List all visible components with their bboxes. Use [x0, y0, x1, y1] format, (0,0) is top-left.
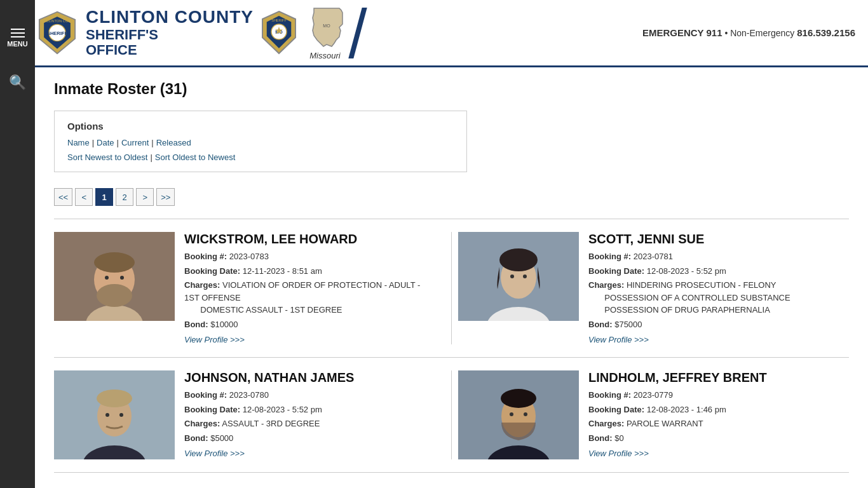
- view-profile-johnson[interactable]: View Profile >>>: [184, 449, 245, 458]
- inmate-photo-scott: [458, 232, 579, 321]
- site-header: SHERIFF CLINTON CO CLINTON COUNTY SHERIF…: [35, 0, 868, 67]
- svg-text:SHERIFF: SHERIFF: [47, 30, 68, 36]
- inmate-name: WICKSTROM, LEE HOWARD: [184, 232, 435, 247]
- inmate-name: SCOTT, JENNI SUE: [588, 232, 839, 247]
- filter-current-link[interactable]: Current: [121, 138, 149, 147]
- page-1[interactable]: 1: [95, 188, 113, 206]
- svg-point-23: [510, 274, 514, 278]
- inmate-booking-date: Booking Date: 12-08-2023 - 5:52 pm: [184, 403, 435, 416]
- options-box: Options Name | Date | Current | Released…: [54, 111, 467, 172]
- filter-name-link[interactable]: Name: [67, 138, 90, 147]
- main-content: Inmate Roster (31) Options Name | Date |…: [35, 67, 868, 485]
- inmate-card-wickstrom: WICKSTROM, LEE HOWARD Booking #: 2023-07…: [54, 232, 445, 344]
- page-title: Inmate Roster (31): [54, 80, 849, 98]
- agency-name: CLINTON COUNTY SHERIFF'S OFFICE: [86, 8, 254, 58]
- filter-date-link[interactable]: Date: [97, 138, 114, 147]
- inmate-card-lindholm: LINDHOLM, JEFFREY BRENT Booking #: 2023-…: [458, 370, 849, 459]
- inmate-bond: Bond: $10000: [184, 318, 435, 331]
- emergency-info: EMERGENCY 911 • Non-Emergency 816.539.21…: [642, 27, 855, 38]
- svg-point-16: [97, 284, 132, 307]
- missouri-state-icon: MO: [308, 5, 346, 50]
- pagination: << < 1 2 > >>: [54, 188, 849, 206]
- inmate-list: WICKSTROM, LEE HOWARD Booking #: 2023-07…: [54, 219, 849, 473]
- inmate-name: LINDHOLM, JEFFREY BRENT: [588, 370, 839, 385]
- inmate-info-lindholm: LINDHOLM, JEFFREY BRENT Booking #: 2023-…: [588, 370, 839, 459]
- svg-point-18: [120, 276, 124, 280]
- sort-newest-link[interactable]: Sort Newest to Oldest: [67, 152, 147, 162]
- page-next[interactable]: >: [136, 188, 154, 206]
- page-prev[interactable]: <: [75, 188, 93, 206]
- page-last[interactable]: >>: [156, 188, 175, 206]
- inmate-charges: Charges: HINDERING PROSECUTION - FELONY …: [588, 279, 839, 316]
- svg-point-36: [524, 412, 527, 416]
- svg-point-35: [510, 412, 513, 416]
- inmate-card-scott: SCOTT, JENNI SUE Booking #: 2023-0781 Bo…: [458, 232, 849, 344]
- svg-point-29: [105, 413, 109, 417]
- inmate-booking-num: Booking #: 2023-0783: [184, 250, 435, 263]
- svg-point-28: [97, 390, 132, 407]
- inmate-booking-date: Booking Date: 12-11-2023 - 8:51 am: [184, 265, 435, 278]
- svg-point-24: [523, 274, 527, 278]
- header-logo-area: SHERIFF CLINTON CO CLINTON COUNTY SHERIF…: [35, 5, 360, 60]
- page-first[interactable]: <<: [54, 188, 72, 206]
- svg-point-17: [105, 276, 109, 280]
- left-shield-icon: SHERIFF CLINTON CO: [35, 9, 79, 57]
- svg-text:SHERIFF: SHERIFF: [271, 18, 287, 22]
- inmate-card-johnson: JOHNSON, NATHAN JAMES Booking #: 2023-07…: [54, 370, 445, 459]
- page-2[interactable]: 2: [116, 188, 133, 206]
- inmate-bond: Bond: $5000: [184, 432, 435, 445]
- options-filter-links: Name | Date | Current | Released: [67, 138, 454, 147]
- card-divider: [451, 370, 452, 459]
- options-heading: Options: [67, 121, 454, 132]
- svg-text:CLINTON CO: CLINTON CO: [46, 19, 69, 23]
- svg-point-22: [499, 248, 538, 271]
- search-icon[interactable]: 🔍: [9, 74, 26, 90]
- inmate-row: WICKSTROM, LEE HOWARD Booking #: 2023-07…: [54, 219, 849, 357]
- inmate-photo-wickstrom: [54, 232, 175, 321]
- svg-point-34: [501, 389, 536, 408]
- sort-oldest-link[interactable]: Sort Oldest to Newest: [155, 152, 235, 162]
- inmate-charges: Charges: VIOLATION OF ORDER OF PROTECTIO…: [184, 279, 435, 316]
- inmate-bond: Bond: $0: [588, 432, 839, 445]
- sidebar: MENU 🔍: [0, 0, 35, 488]
- sort-links: Sort Newest to Oldest | Sort Oldest to N…: [67, 152, 454, 162]
- inmate-charges: Charges: ASSAULT - 3RD DEGREE: [184, 417, 435, 430]
- inmate-booking-num: Booking #: 2023-0781: [588, 250, 839, 263]
- inmate-booking-num: Booking #: 2023-0779: [588, 389, 839, 402]
- svg-point-30: [119, 413, 123, 417]
- svg-point-15: [94, 252, 135, 273]
- menu-button[interactable]: MENU: [0, 10, 35, 67]
- view-profile-wickstrom[interactable]: View Profile >>>: [184, 335, 245, 344]
- view-profile-scott[interactable]: View Profile >>>: [588, 335, 649, 344]
- view-profile-lindholm[interactable]: View Profile >>>: [588, 449, 649, 458]
- inmate-charges: Charges: PAROLE WARRANT: [588, 417, 839, 430]
- inmate-booking-date: Booking Date: 12-08-2023 - 5:52 pm: [588, 265, 839, 278]
- filter-released-link[interactable]: Released: [156, 138, 191, 147]
- inmate-booking-date: Booking Date: 12-08-2023 - 1:46 pm: [588, 403, 839, 416]
- inmate-photo-johnson: [54, 370, 175, 459]
- svg-text:MO: MO: [323, 24, 330, 28]
- menu-icon: [11, 29, 25, 37]
- inmate-bond: Bond: $75000: [588, 318, 839, 331]
- inmate-row: JOHNSON, NATHAN JAMES Booking #: 2023-07…: [54, 357, 849, 472]
- state-shape-area: MO Missouri: [304, 5, 346, 60]
- inmate-info-wickstrom: WICKSTROM, LEE HOWARD Booking #: 2023-07…: [184, 232, 435, 344]
- card-divider: [451, 232, 452, 344]
- inmate-booking-num: Booking #: 2023-0780: [184, 389, 435, 402]
- inmate-info-scott: SCOTT, JENNI SUE Booking #: 2023-0781 Bo…: [588, 232, 839, 344]
- inmate-info-johnson: JOHNSON, NATHAN JAMES Booking #: 2023-07…: [184, 370, 435, 459]
- menu-label: MENU: [7, 40, 27, 48]
- inmate-photo-lindholm: [458, 370, 579, 459]
- right-shield-icon: MO SHERIFF: [260, 9, 298, 57]
- inmate-name: JOHNSON, NATHAN JAMES: [184, 370, 435, 385]
- list-bottom-border: [54, 472, 849, 473]
